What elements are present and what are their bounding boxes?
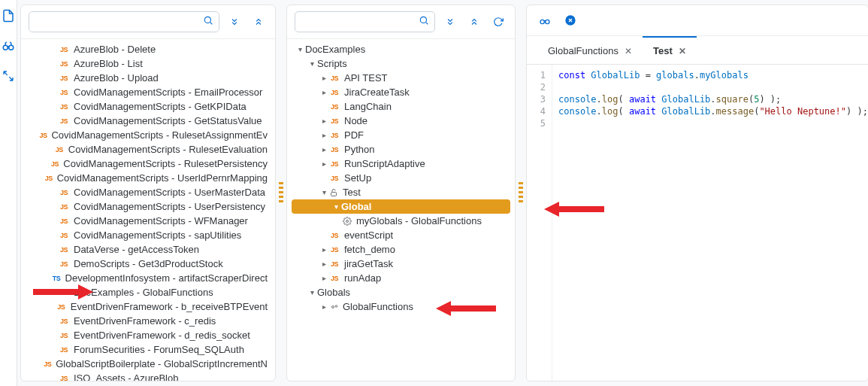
panel-divider[interactable] (519, 0, 523, 386)
expand-all-icon[interactable] (441, 13, 459, 31)
panel-divider[interactable] (279, 0, 283, 386)
js-badge: JS (59, 60, 69, 68)
file-icon[interactable] (0, 8, 17, 24)
tree-node[interactable]: ▸JSRunScriptAdaptive (287, 157, 515, 171)
code-editor[interactable]: 12345 const GlobalLib = globals.myGlobal… (527, 65, 868, 381)
list-item[interactable]: JSCovidManagementScripts - EmailProcesso… (21, 85, 275, 99)
tree-node[interactable]: ▸JSNode (287, 114, 515, 128)
item-label: AzureBlob - Delete (74, 44, 156, 55)
code-content[interactable]: const GlobalLib = globals.myGlobals cons… (552, 65, 868, 381)
close-icon[interactable]: ✕ (679, 46, 686, 56)
search-input[interactable] (29, 11, 219, 32)
tree-node[interactable]: ▸JSjiraGetTask (287, 257, 515, 271)
js-badge: JS (329, 275, 340, 282)
item-label: AzureBlob - Upload (74, 72, 159, 84)
tree-node-test[interactable]: ▾Test (287, 185, 515, 199)
item-label: API TEST (344, 72, 388, 84)
list-item[interactable]: JSEventDrivenFramework - d_redis_socket (21, 328, 275, 342)
js-badge: JS (59, 46, 69, 53)
list-item[interactable]: JSAzureBlob - List (21, 56, 275, 71)
tree-node[interactable]: ▸JSfetch_demo (287, 242, 515, 257)
list-item[interactable]: JSForumSecurities - ForumSeq_SQLAuth (21, 342, 275, 357)
item-label: LangChain (344, 101, 392, 112)
list-item[interactable]: JSCovidManagementScripts - WFManager (21, 214, 275, 228)
item-label: CovidManagementScripts - UserMasterData (74, 187, 265, 198)
svg-marker-14 (436, 301, 496, 316)
js-badge: JS (59, 375, 69, 381)
js-badge: JS (59, 103, 69, 111)
tree-node[interactable]: ▸JSPython (287, 142, 515, 157)
editor-toolbar (527, 5, 868, 36)
list-item[interactable]: JSEventDrivenFramework - b_receiveBTPEve… (21, 299, 275, 314)
search-icon[interactable] (419, 15, 429, 28)
js-badge: JS (59, 232, 69, 239)
chevron-icon (319, 174, 329, 182)
item-label: runAdap (344, 272, 381, 284)
item-label: DevelopmentInfosystem - artifactScraperD… (65, 272, 268, 284)
tree-node[interactable]: JSLangChain (287, 99, 515, 114)
tree-node[interactable]: JSeventScript (287, 228, 515, 242)
list-item[interactable]: JSAzureBlob - Upload (21, 71, 275, 85)
expand-icon[interactable] (0, 68, 17, 84)
svg-line-3 (210, 23, 213, 25)
chevron-down-icon: ▾ (307, 288, 317, 296)
list-item[interactable]: JSDemoScripts - Get3dProductStock (21, 257, 275, 271)
svg-point-1 (9, 45, 14, 50)
list-item[interactable]: JSCovidManagementScripts - RulesetAssign… (21, 128, 275, 142)
list-item[interactable]: JSEventDrivenFramework - c_redis (21, 314, 275, 328)
binoculars-icon[interactable] (536, 11, 554, 29)
list-item[interactable]: JSGlobalScriptBoilerplate - GlobalScript… (21, 357, 275, 371)
list-item[interactable]: JSCovidManagementScripts - RulesetPersis… (21, 157, 275, 171)
search-input[interactable] (295, 11, 435, 32)
close-circle-icon[interactable] (561, 11, 579, 29)
tree-node-root[interactable]: ▾DocExamples (287, 42, 515, 56)
list-item[interactable]: JSCovidManagementScripts - GetStatusValu… (21, 114, 275, 128)
svg-point-4 (420, 17, 426, 23)
list-item[interactable]: JSCovidManagementScripts - GetKPIData (21, 99, 275, 114)
item-label: JiraCreateTask (344, 87, 410, 98)
list-item[interactable]: JSCovidManagementScripts - sapUtilities (21, 228, 275, 242)
tree-node[interactable]: ▸JSrunAdap (287, 271, 515, 285)
close-icon[interactable]: ✕ (625, 46, 632, 56)
chevron-icon: ▸ (319, 88, 329, 96)
tree-node-globals[interactable]: ▾Globals (287, 285, 515, 299)
ts-badge: TS (53, 275, 61, 282)
panel-toolbar (287, 5, 515, 39)
js-badge: JS (59, 117, 69, 125)
item-label: EventDrivenFramework - b_receiveBTPEvent (71, 301, 268, 312)
collapse-all-icon[interactable] (250, 13, 268, 31)
chevron-icon: ▸ (319, 260, 329, 268)
item-label: GlobalScriptBoilerplate - GlobalScriptIn… (56, 358, 268, 369)
list-item[interactable]: JSCovidManagementScripts - UserMasterDat… (21, 185, 275, 199)
binoculars-icon[interactable] (0, 38, 17, 54)
svg-point-0 (3, 45, 8, 50)
item-label: Python (344, 144, 374, 155)
js-badge: JS (59, 89, 69, 96)
tree-node[interactable]: ▸JSAPI TEST (287, 71, 515, 85)
list-item[interactable]: JSCovidManagementScripts - RulesetEvalua… (21, 142, 275, 157)
list-item[interactable]: JSAzureBlob - Delete (21, 42, 275, 56)
list-item[interactable]: JSCovidManagementScripts - UserIdPernrMa… (21, 171, 275, 185)
item-label: DocExamples - GlobalFunctions (74, 287, 213, 298)
collapse-all-icon[interactable] (465, 13, 483, 31)
refresh-icon[interactable] (489, 13, 507, 31)
tree-node-global[interactable]: ▾Global (292, 199, 510, 214)
tree-node[interactable]: ▸JSJiraCreateTask (287, 85, 515, 99)
tree-node-scripts[interactable]: ▾Scripts (287, 56, 515, 71)
item-label: DemoScripts - Get3dProductStock (74, 258, 223, 269)
scripts-tree: JSAzureBlob - DeleteJSAzureBlob - ListJS… (21, 39, 275, 381)
item-label: EventDrivenFramework - d_redis_socket (74, 330, 250, 341)
search-icon[interactable] (203, 15, 213, 28)
tree-node-globalchild[interactable]: myGlobals - GlobalFunctions (287, 214, 515, 228)
list-item[interactable]: JSDataVerse - getAccessToken (21, 242, 275, 257)
list-item[interactable]: JSISO_Assets - AzureBlob (21, 371, 275, 381)
item-label: ISO_Assets - AzureBlob (74, 372, 178, 381)
tree-node[interactable]: JSSetUp (287, 171, 515, 185)
list-item[interactable]: JSCovidManagementScripts - UserPersisten… (21, 199, 275, 214)
expand-all-icon[interactable] (225, 13, 243, 31)
item-label: CovidManagementScripts - RulesetEvaluati… (68, 144, 268, 155)
tab-globalfunctions[interactable]: GlobalFunctions✕ (537, 36, 643, 64)
tree-node[interactable]: ▸JSPDF (287, 128, 515, 142)
item-label: fetch_demo (344, 244, 395, 255)
tab-test[interactable]: Test✕ (643, 36, 697, 64)
